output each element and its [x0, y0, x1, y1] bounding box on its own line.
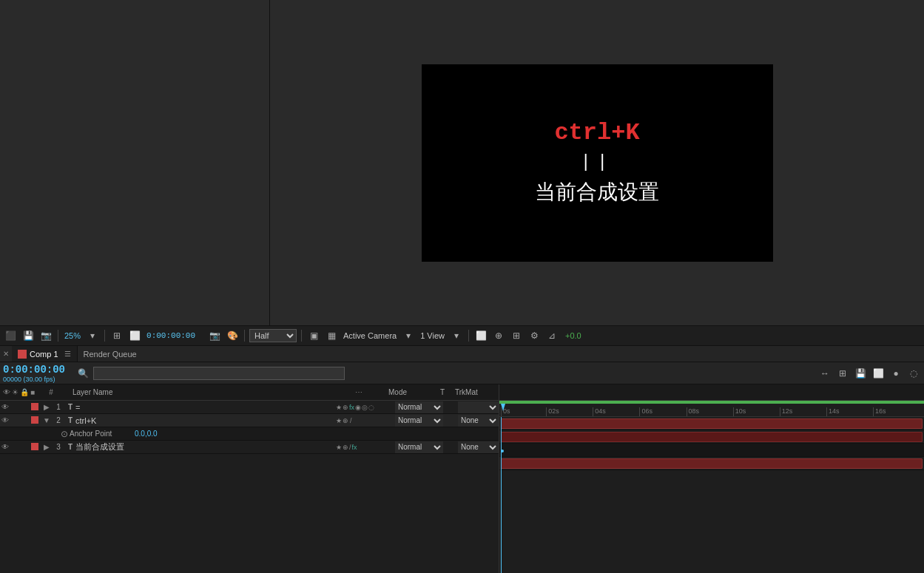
eye-icon-layer3[interactable]: 👁 — [0, 443, 10, 451]
anchor-icon-l2: ⊕ — [343, 417, 348, 424]
column-headers: 👁 ☀ 🔒 ■ # Layer Name ⋯ Mode T TrkMat — [0, 384, 924, 401]
vis-controls: 👁 ☀ 🔒 ■ — [3, 388, 44, 396]
tab-comp1[interactable]: Comp 1 ☰ — [12, 346, 78, 362]
layertype-2: T — [65, 416, 75, 424]
zoom-dropdown-icon[interactable]: ▾ — [85, 328, 100, 343]
timeline-controls: 0:00:00:00 00000 (30.00 fps) 🔍 ↔ ⊞ 💾 ⬜ ●… — [0, 362, 924, 384]
fx-icon-l3: fx — [352, 444, 357, 451]
label-color-layer3 — [31, 443, 41, 452]
layer3-icons: ★ ⊕ / fx — [336, 444, 395, 451]
trkmat-select-layer3[interactable]: None — [458, 441, 499, 453]
transparency-icon[interactable]: ▦ — [324, 328, 339, 343]
timeline-tabs: ✕ Comp 1 ☰ Render Queue — [0, 346, 924, 362]
playhead-line — [501, 417, 502, 573]
track-bar-layer1[interactable] — [501, 418, 923, 429]
timeline-tool-2[interactable]: ⊞ — [835, 366, 850, 381]
anchor-point-value[interactable]: 0.0,0.0 — [135, 430, 158, 438]
layernum-3: 3 — [52, 443, 65, 451]
mode-select-layer3[interactable]: Normal — [395, 441, 443, 453]
anchor-icon-l3: ⊕ — [343, 444, 348, 451]
preview-text-separator: || — [581, 152, 614, 172]
viewer-toolbar: ⬛ 💾 📷 25% ▾ ⊞ ⬜ 0:00:00:00 📷 🎨 Half Full… — [0, 325, 924, 346]
star-icon-l1: ★ — [336, 404, 342, 411]
view-mode-icon[interactable]: ▣ — [306, 328, 321, 343]
close-btn[interactable]: ✕ — [0, 350, 12, 358]
layername-1[interactable]: = — [75, 403, 336, 412]
trkmat-select-layer2[interactable]: None — [458, 415, 499, 427]
eye-icon-layer1[interactable]: 👁 — [0, 403, 10, 411]
tools-icon-1[interactable]: ⬜ — [473, 328, 488, 343]
timeline-tool-6[interactable]: ◌ — [906, 366, 921, 381]
tools-icon-2[interactable]: ⊕ — [491, 328, 506, 343]
mode-select-layer1[interactable]: Normal — [395, 401, 443, 413]
layer-row[interactable]: 👁 ▼ 2 T ctrl+K ★ ⊕ / Normal — [0, 414, 499, 427]
anchor-point-row: ⊙ Anchor Point 0.0,0.0 — [0, 427, 499, 441]
layers-left: 👁 ▶ 1 T = ★ ⊕ fx ◉ ◎ ◌ — [0, 401, 499, 573]
save-icon[interactable]: 💾 — [21, 328, 36, 343]
layernum-1: 1 — [52, 403, 65, 411]
time-marker-02s: 02s — [546, 407, 559, 416]
composition-icon[interactable]: ⬛ — [3, 328, 18, 343]
lock-icon: 🔒 — [20, 388, 29, 396]
green-value: +0.0 — [565, 331, 581, 340]
layer1-icons: ★ ⊕ fx ◉ ◎ ◌ — [336, 404, 395, 411]
eye-icon-layer2[interactable]: 👁 — [0, 416, 10, 424]
timecode-display: 0:00:00:00 — [145, 331, 204, 340]
expand-layer1[interactable]: ▶ — [41, 403, 52, 411]
anchor-point-icon: ⊙ — [59, 429, 70, 439]
time-marker-12s: 12s — [780, 407, 793, 416]
anchor-icon-l1: ⊕ — [343, 404, 348, 411]
timeline-right: 0s 02s 04s 06s 08s 10s 12s 14s 16s — [499, 401, 924, 573]
mode-select-layer2[interactable]: Normal — [395, 415, 443, 427]
preview-area: ctrl+K || 当前合成设置 — [270, 0, 924, 325]
view-dropdown-icon[interactable]: ▾ — [449, 328, 464, 343]
expand-layer3[interactable]: ▶ — [41, 443, 52, 451]
camera-snapshot-icon[interactable]: 📷 — [207, 328, 222, 343]
quality-select[interactable]: Half Full Quarter — [249, 329, 297, 342]
preview-canvas: ctrl+K || 当前合成设置 — [422, 64, 773, 262]
timeline-tool-3[interactable]: 💾 — [853, 366, 868, 381]
label-icon: ■ — [30, 388, 35, 396]
track-bar-layer3[interactable] — [501, 458, 923, 469]
divider-1 — [58, 330, 58, 342]
layername-2[interactable]: ctrl+K — [75, 416, 336, 425]
divider-2 — [104, 330, 105, 342]
track-row-3 — [499, 457, 924, 470]
track-row-2 — [499, 430, 924, 444]
grid-icon[interactable]: ⊞ — [109, 328, 124, 343]
star-icon-l3: ★ — [336, 444, 342, 451]
expand-layer2[interactable]: ▼ — [41, 416, 52, 424]
tab-render-queue[interactable]: Render Queue — [78, 346, 143, 362]
track-bar-layer2[interactable] — [501, 432, 923, 442]
tools-icon-4[interactable]: ⚙ — [527, 328, 542, 343]
t-col-header: T — [440, 388, 455, 396]
camera-dropdown-icon[interactable]: ▾ — [401, 328, 416, 343]
dot2-icon-l1: ◎ — [362, 404, 368, 411]
timeline-tool-4[interactable]: ⬜ — [871, 366, 886, 381]
trkmat-select-layer1[interactable] — [458, 401, 499, 413]
tab-comp1-label: Comp 1 — [30, 350, 58, 359]
layer-row[interactable]: 👁 ▶ 1 T = ★ ⊕ fx ◉ ◎ ◌ — [0, 401, 499, 414]
tools-icon-5[interactable]: ⊿ — [544, 328, 559, 343]
layername-3[interactable]: 当前合成设置 — [75, 441, 336, 452]
color-icon[interactable]: 🎨 — [225, 328, 240, 343]
layer-row[interactable]: 👁 ▶ 3 T 当前合成设置 ★ ⊕ / fx Normal — [0, 441, 499, 454]
label-color-layer2 — [31, 416, 41, 425]
snapshot-icon[interactable]: 📷 — [38, 328, 53, 343]
left-panel — [0, 0, 270, 325]
trkmat-col-header: TrkMat — [455, 388, 496, 396]
time-marker-08s: 08s — [687, 407, 700, 416]
layer2-icons: ★ ⊕ / — [336, 417, 395, 424]
divider-5 — [468, 330, 469, 342]
timeline-tool-5[interactable]: ● — [888, 366, 903, 381]
region-icon[interactable]: ⬜ — [127, 328, 142, 343]
layer-search-input[interactable] — [93, 367, 345, 380]
tab-menu-icon[interactable]: ☰ — [64, 350, 71, 358]
timeline-tool-1[interactable]: ↔ — [817, 366, 832, 381]
timecode-main[interactable]: 0:00:00:00 — [3, 364, 65, 376]
slash-icon-l2: / — [350, 417, 352, 424]
search-icon[interactable]: 🔍 — [75, 366, 90, 381]
fx-icon-l1: fx — [349, 404, 354, 411]
preview-text-red: ctrl+K — [554, 119, 639, 146]
tools-icon-3[interactable]: ⊞ — [509, 328, 524, 343]
